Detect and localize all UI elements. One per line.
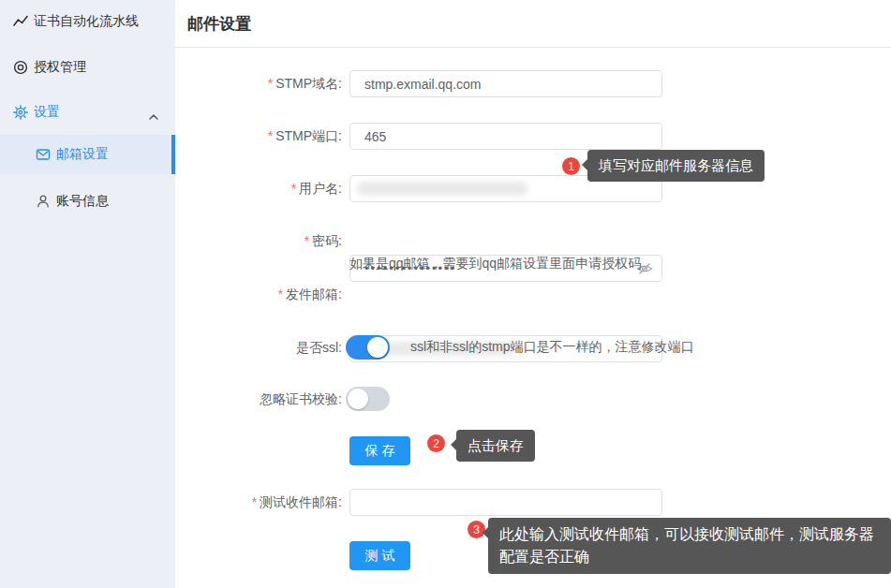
required-asterisk: * <box>268 128 273 143</box>
sidebar-item-label: 邮箱设置 <box>56 146 109 163</box>
sidebar-item-mailbox-settings[interactable]: 邮箱设置 <box>0 135 175 174</box>
page-title: 邮件设置 <box>187 13 251 35</box>
sidebar-item-account-info[interactable]: 账号信息 <box>0 182 175 221</box>
test-recipient-input[interactable] <box>349 489 662 516</box>
required-asterisk: * <box>252 494 257 509</box>
annotation-tooltip-1: 填写对应邮件服务器信息 <box>587 150 765 182</box>
smtp-port-input[interactable] <box>349 123 662 150</box>
chevron-up-icon <box>148 109 159 124</box>
email-settings-page: 证书自动化流水线 授权管理 设置 <box>0 0 891 588</box>
required-asterisk: * <box>268 76 273 91</box>
required-asterisk: * <box>291 181 296 196</box>
required-asterisk: * <box>278 287 283 301</box>
annotation-tooltip-3: 此处输入测试收件邮箱，可以接收测试邮件，测试服务器配置是否正确 <box>488 518 891 574</box>
ssl-label: 是否ssl: <box>175 335 342 360</box>
sender-email-label: *发件邮箱: <box>175 281 342 308</box>
smtp-domain-label: *STMP域名: <box>175 70 342 97</box>
page-header: 邮件设置 <box>175 0 891 48</box>
gear-icon <box>13 105 28 120</box>
sidebar-item-settings[interactable]: 设置 <box>0 96 175 128</box>
annotation-badge-1: 1 <box>562 157 580 175</box>
test-button[interactable]: 测 试 <box>349 541 410 570</box>
password-hint: 如果是qq邮箱，需要到qq邮箱设置里面申请授权码 <box>349 256 641 272</box>
annotation-tooltip-2: 点击保存 <box>456 430 535 462</box>
toggle-knob <box>348 389 368 409</box>
save-button[interactable]: 保 存 <box>349 436 410 465</box>
sidebar-item-cert-pipeline[interactable]: 证书自动化流水线 <box>0 6 175 37</box>
sidebar-item-label: 账号信息 <box>56 193 109 210</box>
test-recipient-label: *测试收件邮箱: <box>175 489 342 516</box>
sidebar-item-authorization[interactable]: 授权管理 <box>0 51 175 83</box>
annotation-badge-2: 2 <box>427 434 445 452</box>
ignore-cert-toggle[interactable] <box>346 387 390 411</box>
sidebar-item-label: 证书自动化流水线 <box>34 13 139 30</box>
ssl-toggle[interactable] <box>346 335 390 360</box>
activity-icon <box>13 14 28 29</box>
username-label: *用户名: <box>175 175 342 202</box>
password-label: *密码: <box>175 228 342 255</box>
ignore-cert-label: 忽略证书校验: <box>175 387 342 411</box>
main-content: 邮件设置 *STMP域名: *STMP端口: *用户名: *密码: <box>175 0 891 588</box>
user-icon <box>36 194 51 209</box>
sidebar-item-label: 授权管理 <box>34 59 86 76</box>
sidebar-item-label: 设置 <box>34 104 60 121</box>
redacted-value <box>357 182 527 196</box>
smtp-port-label: *STMP端口: <box>175 123 342 150</box>
sidebar: 证书自动化流水线 授权管理 设置 <box>0 0 175 588</box>
target-icon <box>13 60 28 75</box>
ssl-note: ssl和非ssl的stmp端口是不一样的，注意修改端口 <box>410 339 694 356</box>
mail-icon <box>36 147 51 162</box>
required-asterisk: * <box>304 233 309 248</box>
ignore-cert-switch-row <box>346 387 390 411</box>
toggle-knob <box>367 337 388 358</box>
ssl-switch-row: ssl和非ssl的stmp端口是不一样的，注意修改端口 <box>346 335 694 360</box>
smtp-domain-input[interactable] <box>349 70 662 97</box>
